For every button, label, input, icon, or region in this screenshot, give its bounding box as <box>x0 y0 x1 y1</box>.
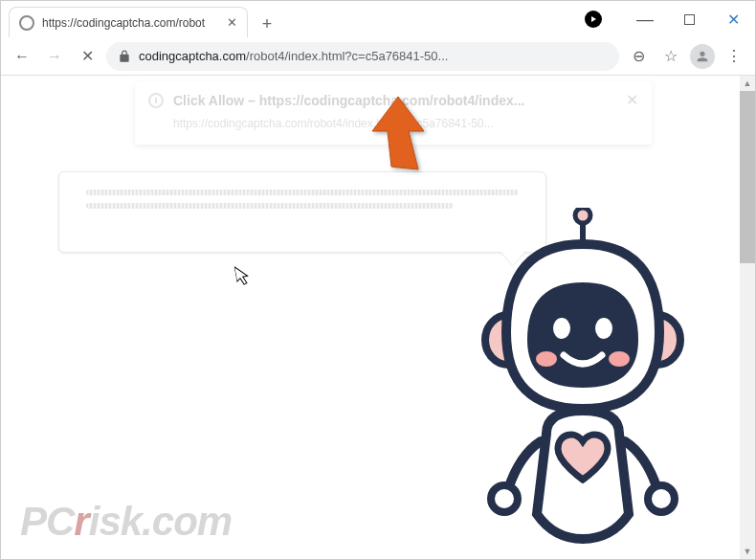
arrow-icon <box>355 95 441 181</box>
back-button[interactable]: ← <box>9 43 35 70</box>
robot-icon <box>468 208 698 552</box>
info-icon <box>148 93 164 108</box>
cursor-icon <box>234 264 254 292</box>
watermark-mid: r <box>74 499 88 544</box>
svg-point-9 <box>648 485 675 512</box>
address-bar[interactable]: codingcaptcha.com/robot4/index.html?c=c5… <box>106 42 619 71</box>
titlebar: https://codingcaptcha.com/robot ✕ + — ✕ <box>1 1 755 37</box>
tab-close-button[interactable]: ✕ <box>227 15 237 30</box>
scroll-up-button[interactable]: ▲ <box>740 76 755 91</box>
svg-point-8 <box>491 485 518 512</box>
robot-illustration <box>468 208 698 556</box>
scrollbar[interactable]: ▲ ▼ <box>740 76 755 559</box>
pointer-arrow-annotation <box>355 95 441 185</box>
browser-tab[interactable]: https://codingcaptcha.com/robot ✕ <box>9 7 248 37</box>
svg-point-1 <box>575 208 590 223</box>
svg-point-5 <box>595 318 612 339</box>
maximize-button[interactable] <box>667 1 711 37</box>
bookmark-button[interactable]: ☆ <box>657 43 684 70</box>
minimize-button[interactable]: — <box>623 1 667 37</box>
lock-icon <box>118 50 131 63</box>
placeholder-line <box>86 190 519 195</box>
popup-close-button[interactable]: ✕ <box>626 91 638 109</box>
scroll-thumb[interactable] <box>740 91 755 263</box>
popup-title: Click Allow – https://codingcaptcha.com/… <box>173 93 524 108</box>
watermark-suffix: isk.com <box>89 499 232 544</box>
tab-title: https://codingcaptcha.com/robot <box>42 16 219 30</box>
svg-point-7 <box>609 351 630 367</box>
person-icon <box>695 49 710 64</box>
url-text: codingcaptcha.com/robot4/index.html?c=c5… <box>139 49 608 63</box>
placeholder-line <box>86 203 454 209</box>
window-controls: — ✕ <box>623 1 755 37</box>
scroll-down-button[interactable]: ▼ <box>740 544 755 559</box>
forward-button: → <box>41 43 68 70</box>
globe-icon <box>19 15 34 31</box>
svg-point-4 <box>553 318 570 339</box>
profile-avatar[interactable] <box>690 44 715 69</box>
watermark-prefix: PC <box>20 499 74 544</box>
menu-button[interactable]: ⋮ <box>721 43 747 70</box>
stop-reload-button[interactable]: ✕ <box>74 43 100 70</box>
page-content: Click Allow – https://codingcaptcha.com/… <box>1 76 755 559</box>
toolbar: ← → ✕ codingcaptcha.com/robot4/index.htm… <box>1 37 755 76</box>
url-path: /robot4/index.html?c=c5a76841-50... <box>246 49 448 63</box>
maximize-icon <box>684 14 695 25</box>
url-host: codingcaptcha.com <box>139 49 246 63</box>
watermark: PCrisk.com <box>20 499 232 545</box>
new-tab-button[interactable]: + <box>254 11 280 37</box>
zoom-button[interactable]: ⊖ <box>625 43 652 70</box>
window-close-button[interactable]: ✕ <box>711 1 755 37</box>
browser-window: https://codingcaptcha.com/robot ✕ + — ✕ … <box>0 0 756 560</box>
media-playing-icon[interactable] <box>585 11 602 28</box>
svg-point-6 <box>536 351 557 367</box>
